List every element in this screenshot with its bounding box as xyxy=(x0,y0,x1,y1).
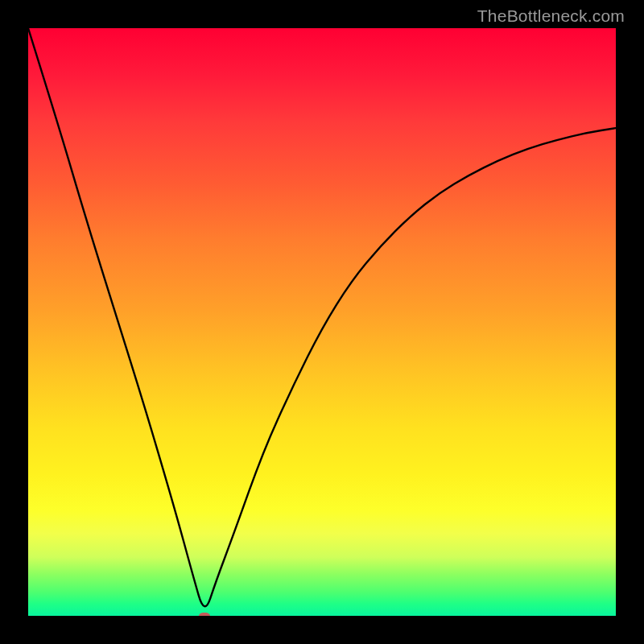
watermark-text: TheBottleneck.com xyxy=(477,6,625,26)
optimal-point-marker xyxy=(199,613,210,616)
plot-area xyxy=(28,28,616,616)
chart-frame: TheBottleneck.com xyxy=(0,0,644,644)
bottleneck-curve xyxy=(28,28,616,616)
